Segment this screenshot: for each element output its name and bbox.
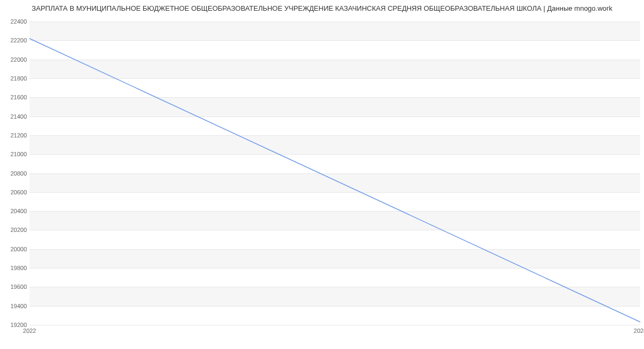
chart-title: ЗАРПЛАТА В МУНИЦИПАЛЬНОЕ БЮДЖЕТНОЕ ОБЩЕО…	[0, 4, 644, 12]
chart-container: ЗАРПЛАТА В МУНИЦИПАЛЬНОЕ БЮДЖЕТНОЕ ОБЩЕО…	[0, 0, 644, 349]
y-tick-label: 20800	[3, 170, 27, 177]
x-tick-label: 2022	[23, 328, 36, 334]
y-tick-label: 21400	[3, 113, 27, 120]
y-tick-label: 21800	[3, 75, 27, 82]
x-tick-label: 2024	[634, 328, 644, 334]
y-tick-label: 21600	[3, 94, 27, 100]
y-tick-label: 19400	[3, 303, 27, 309]
y-tick-label: 21200	[3, 132, 27, 139]
y-tick-label: 19600	[3, 283, 27, 290]
data-line	[30, 39, 640, 322]
y-tick-label: 22200	[3, 37, 27, 43]
y-tick-label: 20400	[3, 208, 27, 214]
y-tick-label: 19800	[3, 265, 27, 271]
plot-area	[30, 21, 640, 325]
y-tick-label: 21000	[3, 151, 27, 157]
y-tick-label: 20200	[3, 227, 27, 233]
y-tick-label: 20000	[3, 246, 27, 252]
y-tick-label: 20600	[3, 189, 27, 195]
gridline	[30, 325, 640, 325]
y-tick-label: 22400	[3, 18, 27, 25]
line-series	[30, 21, 640, 325]
y-tick-label: 22000	[3, 56, 27, 63]
